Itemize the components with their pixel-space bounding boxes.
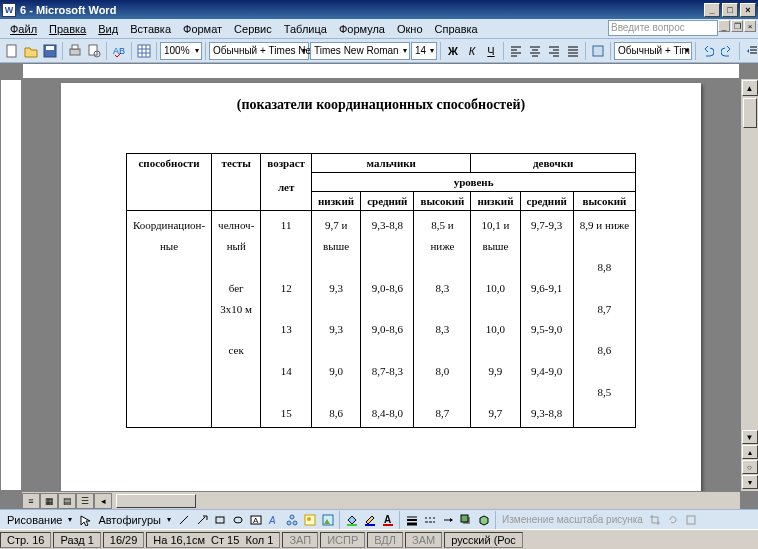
horizontal-scrollbar[interactable]: ≡ ▦ ▤ ☰ ◂ [22, 491, 740, 509]
line-button[interactable] [175, 511, 192, 528]
status-ext[interactable]: ВДЛ [367, 532, 403, 548]
redo-button[interactable] [718, 42, 736, 60]
style-combo[interactable]: Обычный + Times Ne [209, 42, 309, 60]
ask-question-input[interactable]: Введите вопрос [608, 20, 718, 36]
svg-rect-3 [70, 49, 80, 55]
doc-minimize-button[interactable]: _ [718, 20, 730, 32]
paragraph-button[interactable] [589, 42, 607, 60]
next-page-button[interactable]: ▾ [742, 475, 758, 489]
menu-insert[interactable]: Вставка [124, 21, 177, 37]
insert-table-button[interactable] [135, 42, 153, 60]
scroll-up-button[interactable]: ▲ [742, 80, 758, 96]
font-color-button[interactable]: A [379, 511, 396, 528]
select-objects-button[interactable] [76, 511, 93, 528]
shadow-button[interactable] [457, 511, 474, 528]
style2-combo[interactable]: Обычный + Tim [614, 42, 692, 60]
print-preview-button[interactable] [85, 42, 103, 60]
clipart-button[interactable] [301, 511, 318, 528]
th-boys: мальчики [312, 154, 471, 173]
data-table: способности тесты возрастлет мальчики де… [126, 153, 636, 428]
new-doc-button[interactable] [3, 42, 21, 60]
zoom-combo[interactable]: 100% [160, 42, 202, 60]
arrow-style-button[interactable] [439, 511, 456, 528]
diagram-button[interactable] [283, 511, 300, 528]
save-button[interactable] [41, 42, 59, 60]
status-lang[interactable]: русский (Рос [444, 532, 523, 548]
3d-button[interactable] [475, 511, 492, 528]
svg-rect-0 [7, 45, 16, 57]
view-web-button[interactable]: ▦ [40, 493, 58, 509]
open-button[interactable] [22, 42, 40, 60]
menu-format[interactable]: Формат [177, 21, 228, 37]
td-b-mid: 9,3-8,8 9,0-8,6 9,0-8,6 8,7-8,3 8,4-8,0 [361, 211, 414, 428]
compress-button[interactable] [683, 511, 700, 528]
undo-button[interactable] [699, 42, 717, 60]
outdent-button[interactable] [743, 42, 758, 60]
fill-color-button[interactable] [343, 511, 360, 528]
italic-button[interactable]: К [463, 42, 481, 60]
vertical-ruler[interactable] [0, 79, 22, 491]
textbox-button[interactable]: A [247, 511, 264, 528]
view-print-button[interactable]: ▤ [58, 493, 76, 509]
close-button[interactable]: × [740, 3, 756, 17]
font-combo[interactable]: Times New Roman [310, 42, 410, 60]
menu-table[interactable]: Таблица [278, 21, 333, 37]
status-rec[interactable]: ЗАП [282, 532, 318, 548]
oval-button[interactable] [229, 511, 246, 528]
print-button[interactable] [66, 42, 84, 60]
menubar: Файл Правка Вид Вставка Формат Сервис Та… [0, 19, 758, 39]
align-left-button[interactable] [507, 42, 525, 60]
horizontal-ruler[interactable] [22, 63, 740, 79]
scroll-down-button[interactable]: ▼ [742, 430, 758, 444]
menu-edit[interactable]: Правка [43, 21, 92, 37]
rectangle-button[interactable] [211, 511, 228, 528]
th-tests: тесты [212, 154, 261, 211]
hscroll-left-button[interactable]: ◂ [94, 493, 112, 509]
dash-style-button[interactable] [421, 511, 438, 528]
autoshapes-menu[interactable]: Автофигуры [94, 512, 174, 528]
view-outline-button[interactable]: ☰ [76, 493, 94, 509]
status-trk[interactable]: ИСПР [320, 532, 365, 548]
align-right-button[interactable] [545, 42, 563, 60]
minimize-button[interactable]: _ [704, 3, 720, 17]
browse-object-button[interactable]: ○ [742, 460, 758, 474]
menu-help[interactable]: Справка [429, 21, 484, 37]
hscroll-thumb[interactable] [116, 494, 196, 508]
line-color-button[interactable] [361, 511, 378, 528]
line-style-button[interactable] [403, 511, 420, 528]
rotate-button[interactable] [665, 511, 682, 528]
th-level: уровень [312, 173, 636, 192]
svg-rect-5 [89, 45, 97, 55]
doc-restore-button[interactable]: ❐ [731, 20, 743, 32]
svg-rect-55 [365, 524, 375, 526]
underline-button[interactable]: Ч [482, 42, 500, 60]
td-ability: Координацион- ные [126, 211, 211, 428]
status-ovr[interactable]: ЗАМ [405, 532, 442, 548]
bold-button[interactable]: Ж [444, 42, 462, 60]
doc-close-button[interactable]: × [744, 20, 756, 32]
spelling-button[interactable]: AB [110, 42, 128, 60]
insert-picture-button[interactable] [319, 511, 336, 528]
maximize-button[interactable]: □ [722, 3, 738, 17]
document-viewport[interactable]: (показатели координационных способностей… [22, 79, 740, 491]
align-justify-button[interactable] [564, 42, 582, 60]
prev-page-button[interactable]: ▴ [742, 445, 758, 459]
menu-window[interactable]: Окно [391, 21, 429, 37]
wordart-button[interactable]: A [265, 511, 282, 528]
menu-tools[interactable]: Сервис [228, 21, 278, 37]
fontsize-combo[interactable]: 14 [411, 42, 437, 60]
drawing-menu[interactable]: Рисование [3, 512, 75, 528]
status-line: Ст 15 [211, 534, 239, 546]
crop-button[interactable] [647, 511, 664, 528]
vertical-scrollbar[interactable]: ▲ ▼ ▴ ○ ▾ [740, 79, 758, 491]
menu-view[interactable]: Вид [92, 21, 124, 37]
svg-text:A: A [253, 516, 259, 525]
scroll-thumb[interactable] [743, 98, 757, 128]
align-center-button[interactable] [526, 42, 544, 60]
disabled-picture-label: Изменение масштаба рисунка [499, 514, 646, 525]
arrow-button[interactable] [193, 511, 210, 528]
menu-formula[interactable]: Формула [333, 21, 391, 37]
view-normal-button[interactable]: ≡ [22, 493, 40, 509]
document-area: (показатели координационных способностей… [0, 63, 758, 509]
menu-file[interactable]: Файл [4, 21, 43, 37]
